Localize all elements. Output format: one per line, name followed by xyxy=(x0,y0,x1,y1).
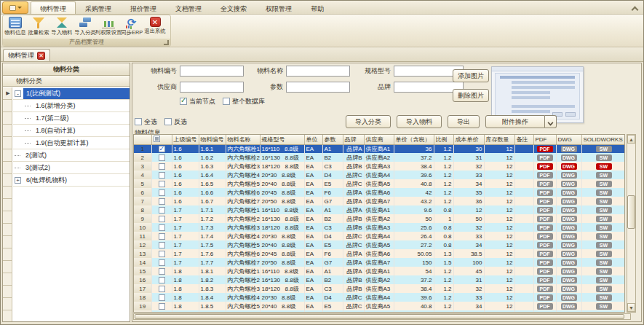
table-row[interactable]: 121.71.7.5内六角螺栓520*40 8.8级EAE5品牌C供应商A527… xyxy=(134,240,625,249)
dwg-badge[interactable]: DWG xyxy=(561,216,577,222)
column-header[interactable]: 物料名称 xyxy=(226,135,260,144)
table-row[interactable]: 81.71.7.1内六角螺栓116*110 8.8级EAA1品牌A供应商A19.… xyxy=(134,205,625,214)
parameter-input[interactable] xyxy=(286,82,350,93)
tree-node[interactable]: 1.9(自动更新计算) xyxy=(13,137,130,149)
table-row[interactable]: 201.81.8.6内六角螺栓620*45 8.8级EAF6品牌A供应商A642… xyxy=(134,310,625,313)
sw-badge[interactable]: SW xyxy=(596,163,612,170)
pdf-badge[interactable]: PDF xyxy=(537,268,553,275)
material-info-button[interactable]: 物料信息 xyxy=(4,16,27,39)
row-checkbox-cell[interactable] xyxy=(151,275,172,284)
column-permission-button[interactable]: 列权限设置 xyxy=(97,16,120,39)
export-button[interactable]: 导出 xyxy=(448,115,480,128)
column-header[interactable]: PDF xyxy=(533,135,556,144)
invert-selection-checkbox[interactable]: 反选 xyxy=(164,117,187,127)
pdf-badge[interactable]: PDF xyxy=(537,259,553,266)
row-checkbox-cell[interactable] xyxy=(151,144,172,153)
table-row[interactable]: 101.71.7.3内六角螺栓318*120 8.8级EAC3品牌B供应商A32… xyxy=(134,223,625,232)
row-checkbox-cell[interactable] xyxy=(151,293,172,302)
delete-image-button[interactable]: 删除图片 xyxy=(453,89,489,102)
row-checkbox-cell[interactable] xyxy=(151,223,172,232)
row-checkbox-icon[interactable] xyxy=(159,277,165,283)
row-checkbox-icon[interactable] xyxy=(159,207,165,214)
tree-node[interactable]: 2(测试) xyxy=(13,149,130,162)
row-checkbox-icon[interactable] xyxy=(159,216,165,222)
row-checkbox-cell[interactable] xyxy=(151,310,172,313)
row-checkbox-cell[interactable] xyxy=(151,302,172,310)
table-row[interactable]: 151.81.8.1内六角螺栓116*110 8.8级EAA1品牌A供应商A15… xyxy=(134,267,625,275)
table-row[interactable]: 21.61.6.2内六角螺栓216*130 8.8级EAB2品牌B供应商A237… xyxy=(134,153,625,162)
table-row[interactable]: 71.61.6.7内六角螺栓720*50 8.8级EAG7品牌A供应商A743.… xyxy=(134,197,625,205)
pdf-badge[interactable]: PDF xyxy=(537,277,553,283)
sw-badge[interactable]: SW xyxy=(596,216,612,222)
table-row[interactable]: 171.81.8.3内六角螺栓318*120 8.8级EAC3品牌B供应商A33… xyxy=(134,284,625,293)
sw-badge[interactable]: SW xyxy=(596,294,612,301)
pdf-badge[interactable]: PDF xyxy=(537,251,553,257)
column-header[interactable]: 品牌 xyxy=(343,135,364,144)
row-checkbox-icon[interactable] xyxy=(159,233,165,240)
pdf-badge[interactable]: PDF xyxy=(537,163,553,170)
dwg-badge[interactable]: DWG xyxy=(561,242,577,248)
ribbon-tab-7[interactable]: 帮助 xyxy=(301,1,333,14)
column-header[interactable]: SOLIDWORKS xyxy=(581,135,625,144)
add-image-button[interactable]: 添加图片 xyxy=(453,69,489,82)
row-checkbox-cell[interactable] xyxy=(151,240,172,249)
row-checkbox-icon[interactable] xyxy=(159,312,165,313)
dwg-badge[interactable]: DWG xyxy=(561,312,577,313)
column-header[interactable]: 物料编号 xyxy=(199,135,226,144)
sw-badge[interactable]: SW xyxy=(596,242,612,248)
sw-badge[interactable]: SW xyxy=(596,259,612,266)
batch-search-button[interactable]: 批量检索 xyxy=(27,16,50,39)
close-tab-icon[interactable]: ✕ xyxy=(37,52,45,60)
column-header[interactable]: 规格型号 xyxy=(260,135,304,144)
expand-icon[interactable]: + xyxy=(15,177,21,184)
scrollbar-thumb[interactable] xyxy=(135,314,624,319)
dwg-badge[interactable]: DWG xyxy=(561,181,577,187)
dwg-badge[interactable]: DWG xyxy=(561,303,577,310)
dwg-badge[interactable]: DWG xyxy=(561,259,577,266)
sw-badge[interactable]: SW xyxy=(596,207,612,214)
attachment-dropdown-icon[interactable] xyxy=(545,115,557,128)
pdf-badge[interactable]: PDF xyxy=(537,216,553,222)
table-row[interactable]: 181.81.8.4内六角螺栓420*30 8.8级EAD4品牌C供应商A439… xyxy=(134,293,625,302)
sync-erp-button[interactable]: 同步ERP xyxy=(120,16,143,39)
row-checkbox-cell[interactable] xyxy=(151,205,172,214)
pdf-badge[interactable]: PDF xyxy=(537,224,553,231)
table-row[interactable]: 41.61.6.4内六角螺栓420*30 8.8级EAD4品牌C供应商A439.… xyxy=(134,171,625,179)
column-header[interactable]: 参数 xyxy=(322,135,343,144)
column-header[interactable]: 供应商 xyxy=(364,135,394,144)
row-checkbox-cell[interactable] xyxy=(151,232,172,240)
row-checkbox-cell[interactable] xyxy=(151,162,172,171)
collapse-ribbon-icon[interactable] xyxy=(632,7,637,10)
row-checkbox-icon[interactable] xyxy=(159,251,165,257)
scrollbar-thumb[interactable] xyxy=(627,195,635,229)
pdf-badge[interactable]: PDF xyxy=(537,294,553,301)
sw-badge[interactable]: SW xyxy=(596,277,612,283)
select-all-checkbox[interactable]: 全选 xyxy=(135,117,157,127)
row-checkbox-icon[interactable] xyxy=(159,154,165,161)
table-row[interactable]: 131.71.7.6内六角螺栓620*45 8.8级EAF6品牌A供应商A650… xyxy=(134,249,625,258)
tree-node[interactable]: 1.8(自动计算) xyxy=(13,125,130,137)
row-checkbox-cell[interactable] xyxy=(151,171,172,179)
row-checkbox-cell[interactable] xyxy=(151,197,172,205)
column-header[interactable]: 单价（含税） xyxy=(394,135,434,144)
sw-badge[interactable]: SW xyxy=(596,268,612,275)
row-checkbox-cell[interactable] xyxy=(151,214,172,223)
dwg-badge[interactable]: DWG xyxy=(561,294,577,301)
current-node-checkbox[interactable]: 当前节点 xyxy=(180,97,215,106)
sw-badge[interactable]: SW xyxy=(596,154,612,161)
row-checkbox-icon[interactable] xyxy=(159,163,165,170)
dwg-badge[interactable]: DWG xyxy=(561,172,577,179)
tree-node[interactable]: ▶-1(比例测试) xyxy=(13,87,130,100)
pdf-badge[interactable]: PDF xyxy=(537,154,553,161)
horizontal-scrollbar[interactable] xyxy=(133,313,631,320)
column-header[interactable]: 成本单价 xyxy=(453,135,484,144)
application-menu-button[interactable] xyxy=(2,1,28,14)
column-header[interactable]: 上级编号 xyxy=(172,135,199,144)
table-row[interactable]: 51.61.6.5内六角螺栓520*40 8.8级EAE5品牌C供应商A540.… xyxy=(134,179,625,188)
ribbon-tab-4[interactable]: 文档管理 xyxy=(166,1,211,14)
import-material-button[interactable]: 导入物料 xyxy=(397,115,442,128)
pdf-badge[interactable]: PDF xyxy=(537,286,553,292)
tree-node[interactable]: 1.6(新增分类) xyxy=(13,100,130,112)
row-checkbox-icon[interactable] xyxy=(159,224,165,231)
pdf-badge[interactable]: PDF xyxy=(537,303,553,310)
